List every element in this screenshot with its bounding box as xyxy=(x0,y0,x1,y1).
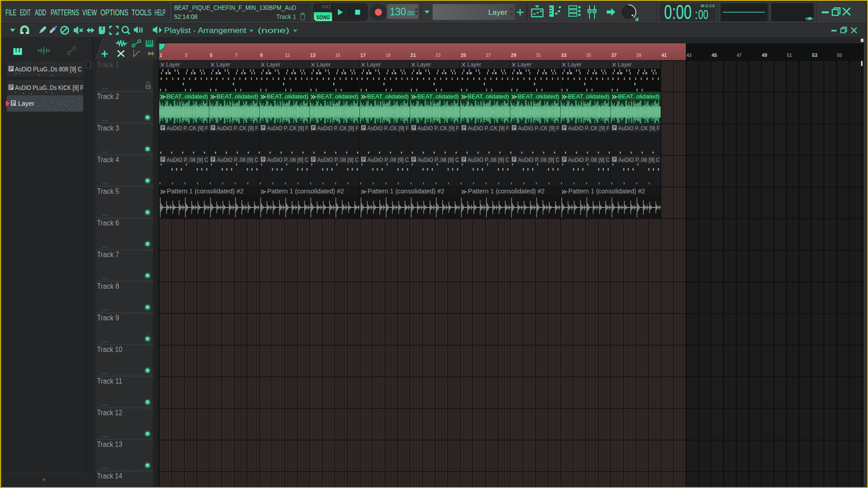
svg-text:Track 2: Track 2 xyxy=(97,93,119,100)
svg-text:Track 10: Track 10 xyxy=(97,346,123,353)
svg-text:AuDiO PLuG..Ds KICK [9] F: AuDiO PLuG..Ds KICK [9] F xyxy=(15,84,84,91)
svg-text:Track 6: Track 6 xyxy=(97,219,119,227)
svg-text:15: 15 xyxy=(335,52,340,58)
svg-text:49: 49 xyxy=(762,52,767,58)
svg-text:29: 29 xyxy=(511,52,516,58)
svg-text:51: 51 xyxy=(787,52,792,58)
svg-text:45: 45 xyxy=(712,52,717,58)
svg-text:+: + xyxy=(42,475,47,484)
svg-text:Track 4: Track 4 xyxy=(97,156,119,164)
svg-text:9: 9 xyxy=(260,52,263,58)
svg-text:PATTERNS: PATTERNS xyxy=(51,8,79,17)
svg-text:Track 14: Track 14 xyxy=(97,472,123,480)
svg-text:5: 5 xyxy=(210,52,213,58)
svg-text:13: 13 xyxy=(310,52,316,58)
svg-text:1: 1 xyxy=(160,52,163,58)
svg-text:3: 3 xyxy=(185,52,188,58)
svg-text:Track 12: Track 12 xyxy=(97,409,123,417)
svg-text:PAT: PAT xyxy=(322,4,331,9)
svg-text:TOOLS: TOOLS xyxy=(132,8,151,17)
svg-text::: : xyxy=(694,7,698,22)
svg-text:31: 31 xyxy=(536,52,541,58)
svg-text:(none): (none) xyxy=(258,26,289,34)
svg-text:Layer: Layer xyxy=(18,100,34,107)
svg-text:Track 9: Track 9 xyxy=(97,314,119,322)
svg-text:33: 33 xyxy=(561,52,566,58)
svg-text:ADD: ADD xyxy=(35,8,46,17)
svg-text:HELP: HELP xyxy=(155,8,165,17)
svg-text:41: 41 xyxy=(661,52,667,58)
svg-text:52:14:08: 52:14:08 xyxy=(174,13,198,20)
svg-text:Layer: Layer xyxy=(488,9,508,16)
svg-text:19: 19 xyxy=(386,52,391,58)
svg-text:53: 53 xyxy=(812,52,817,58)
svg-text:Track 1: Track 1 xyxy=(276,13,296,20)
svg-text:17: 17 xyxy=(360,52,366,58)
svg-text:FILE: FILE xyxy=(5,8,16,17)
svg-text:130: 130 xyxy=(390,6,406,18)
svg-text:Track 1: Track 1 xyxy=(97,61,119,69)
svg-text:Track 7: Track 7 xyxy=(97,251,119,258)
svg-text:Track 13: Track 13 xyxy=(97,441,123,448)
svg-text:00: 00 xyxy=(698,7,708,22)
svg-text:7: 7 xyxy=(235,52,238,58)
svg-text:43: 43 xyxy=(687,52,692,58)
svg-text:23: 23 xyxy=(436,52,441,58)
svg-text:47: 47 xyxy=(737,52,742,58)
svg-text:.000: .000 xyxy=(406,9,415,17)
svg-text:M:S:CS: M:S:CS xyxy=(701,4,715,8)
svg-text:21: 21 xyxy=(410,52,416,58)
svg-text:BEAT_PIQUE_CHEFIN_F_MIN_130BPM: BEAT_PIQUE_CHEFIN_F_MIN_130BPM_AuD xyxy=(174,4,296,11)
svg-text:37: 37 xyxy=(611,52,617,58)
svg-text:Track 11: Track 11 xyxy=(97,377,123,385)
svg-text:Track 8: Track 8 xyxy=(97,282,119,290)
svg-text:VIEW: VIEW xyxy=(82,8,97,17)
svg-text:SONG: SONG xyxy=(316,14,330,21)
svg-text:Track 5: Track 5 xyxy=(97,188,119,195)
svg-text:OPTIONS: OPTIONS xyxy=(100,8,128,17)
svg-text:39: 39 xyxy=(637,52,642,58)
svg-text:25: 25 xyxy=(461,52,467,58)
svg-text:Playlist - Arrangement: Playlist - Arrangement xyxy=(164,26,246,34)
svg-text:11: 11 xyxy=(285,52,290,58)
svg-text:0:00: 0:00 xyxy=(664,1,692,23)
svg-text:AuDiO PLuG..Ds 808 [9] C: AuDiO PLuG..Ds 808 [9] C xyxy=(15,66,82,73)
svg-text:55: 55 xyxy=(837,52,842,58)
svg-text:Track 3: Track 3 xyxy=(97,124,119,132)
svg-text:35: 35 xyxy=(586,52,591,58)
svg-text:EDIT: EDIT xyxy=(20,8,31,17)
svg-text:27: 27 xyxy=(486,52,491,58)
